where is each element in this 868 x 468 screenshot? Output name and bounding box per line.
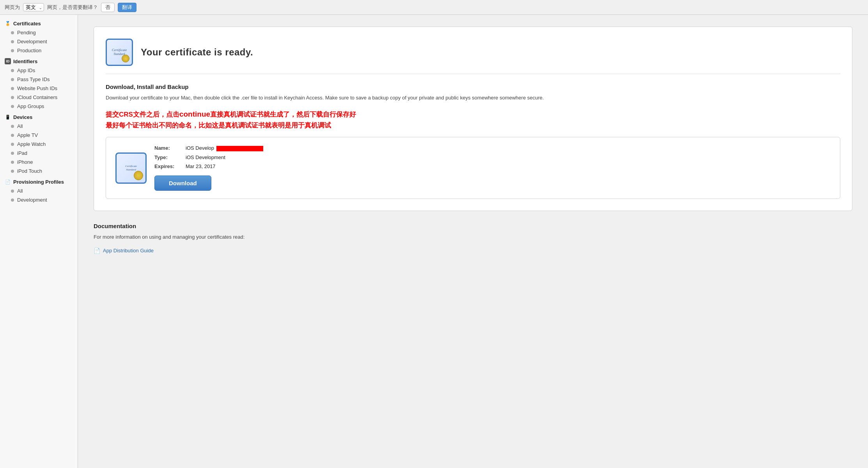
sidebar: 🏅 Certificates Pending Development Produ… xyxy=(0,15,78,468)
sidebar-item-iphone[interactable]: iPhone xyxy=(0,158,78,167)
redacted-bar xyxy=(216,146,263,151)
cert-ready-title: Your certificate is ready. xyxy=(141,47,253,58)
sidebar-item-apple-tv[interactable]: Apple TV xyxy=(0,131,78,140)
cert-name-row: Name: iOS Develop xyxy=(154,145,831,151)
cert-name-text: iOS Develop xyxy=(186,145,214,151)
cert-expires-row: Expires: Mar 23, 2017 xyxy=(154,163,831,169)
sidebar-item-production[interactable]: Production xyxy=(0,46,78,55)
sidebar-item-all-devices[interactable]: All xyxy=(0,122,78,131)
sidebar-item-label: Development xyxy=(17,197,47,203)
bullet-icon xyxy=(11,69,14,72)
chinese-continue-word: continue xyxy=(179,110,210,118)
devices-label: Devices xyxy=(13,114,32,120)
devices-icon: 📱 xyxy=(5,114,11,120)
language-select-wrapper[interactable]: 英文 xyxy=(23,3,44,11)
cert-medium-seal-icon xyxy=(134,171,143,180)
cert-icon-label: Certificate xyxy=(112,48,127,52)
cert-type-label: Type: xyxy=(154,154,186,160)
sidebar-item-development-provisioning[interactable]: Development xyxy=(0,195,78,204)
bullet-icon xyxy=(11,49,14,52)
divider xyxy=(106,74,840,74)
chinese-annotation: 提交CRS文件之后，点击continue直接真机调试证书就生成了，然后下载自行保… xyxy=(106,108,840,131)
cert-icon-medium: Certificate Standard xyxy=(115,152,147,184)
sidebar-item-label: All xyxy=(17,123,23,129)
sidebar-item-website-push-ids[interactable]: Website Push IDs xyxy=(0,84,78,93)
cert-ready-header: Certificate Standard Your certificate is… xyxy=(106,39,840,66)
doc-link-icon: 📄 xyxy=(94,248,100,254)
sidebar-item-label: App Groups xyxy=(17,103,44,109)
bullet-icon xyxy=(11,161,14,164)
download-section-title: Download, Install and Backup xyxy=(106,83,840,90)
sidebar-item-icloud-containers[interactable]: iCloud Containers xyxy=(0,93,78,102)
sidebar-item-all-provisioning[interactable]: All xyxy=(0,186,78,195)
main-content: Certificate Standard Your certificate is… xyxy=(78,15,868,468)
bullet-icon xyxy=(11,143,14,146)
certificates-icon: 🏅 xyxy=(5,20,11,27)
chinese-line1-before: 提交CRS文件之后，点击 xyxy=(106,111,179,118)
bullet-icon xyxy=(11,96,14,99)
sidebar-item-app-groups[interactable]: App Groups xyxy=(0,102,78,111)
sidebar-item-label: iCloud Containers xyxy=(17,94,57,100)
devices-section-header: 📱 Devices xyxy=(0,112,78,122)
sidebar-item-ipad[interactable]: iPad xyxy=(0,149,78,158)
app-distribution-guide-link[interactable]: 📄 App Distribution Guide xyxy=(94,248,852,254)
download-section-desc: Download your certificate to your Mac, t… xyxy=(106,94,840,102)
documentation-desc: For more information on using and managi… xyxy=(94,233,852,241)
cert-type-value: iOS Development xyxy=(186,154,831,160)
yes-translate-button[interactable]: 翻译 xyxy=(118,3,136,12)
cert-medium-sublabel: Standard xyxy=(125,168,137,171)
sidebar-item-ipod-touch[interactable]: iPod Touch xyxy=(0,167,78,176)
doc-link-label: App Distribution Guide xyxy=(103,248,154,254)
sidebar-item-label: Development xyxy=(17,39,47,44)
sidebar-item-apple-watch[interactable]: Apple Watch xyxy=(0,140,78,149)
identifiers-icon: ID xyxy=(5,58,11,64)
cert-name-value: iOS Develop xyxy=(186,145,831,151)
sidebar-item-app-ids[interactable]: App IDs xyxy=(0,66,78,75)
sidebar-item-label: iPad xyxy=(17,150,27,156)
translate-question: 网页，是否需要翻译？ xyxy=(47,4,98,11)
bullet-icon xyxy=(11,134,14,137)
chinese-line2: 最好每个证书给出不同的命名，比如这是真机调试证书就表明是用于真机调试 xyxy=(106,122,331,129)
cert-name-label: Name: xyxy=(154,145,186,151)
certificates-label: Certificates xyxy=(13,21,41,27)
sidebar-item-label: iPhone xyxy=(17,159,33,165)
chinese-line1-after: 直接真机调试证书就生成了，然后下载自行保存好 xyxy=(210,111,356,118)
bullet-icon xyxy=(11,125,14,128)
translate-label: 网页为 xyxy=(5,4,20,11)
main-layout: 🏅 Certificates Pending Development Produ… xyxy=(0,15,868,468)
sidebar-item-label: iPod Touch xyxy=(17,168,42,174)
top-bar: 网页为 英文 网页，是否需要翻译？ 否 翻译 xyxy=(0,0,868,15)
sidebar-item-development[interactable]: Development xyxy=(0,37,78,46)
cert-icon-large: Certificate Standard xyxy=(106,39,133,66)
bullet-icon xyxy=(11,40,14,43)
bullet-icon xyxy=(11,170,14,173)
sidebar-item-pending[interactable]: Pending xyxy=(0,28,78,37)
language-select[interactable]: 英文 xyxy=(23,3,44,11)
documentation-title: Documentation xyxy=(94,223,852,229)
bullet-icon xyxy=(11,105,14,108)
cert-detail-card: Certificate Standard Name: iOS Develop xyxy=(106,137,840,199)
identifiers-label: Identifiers xyxy=(13,58,37,64)
certificates-section-header: 🏅 Certificates xyxy=(0,19,78,28)
sidebar-item-label: Apple TV xyxy=(17,132,38,138)
sidebar-item-pass-type-ids[interactable]: Pass Type IDs xyxy=(0,75,78,84)
download-button[interactable]: Download xyxy=(154,176,211,191)
cert-type-row: Type: iOS Development xyxy=(154,154,831,160)
sidebar-item-label: Production xyxy=(17,48,41,53)
identifiers-section: ID Identifiers App IDs Pass Type IDs Web… xyxy=(0,57,78,111)
cert-expires-value: Mar 23, 2017 xyxy=(186,163,831,169)
bullet-icon xyxy=(11,152,14,155)
sidebar-item-label: App IDs xyxy=(17,67,35,73)
certificates-section: 🏅 Certificates Pending Development Produ… xyxy=(0,19,78,55)
cert-ready-card: Certificate Standard Your certificate is… xyxy=(94,27,852,211)
bullet-icon xyxy=(11,31,14,34)
provisioning-section: 📄 Provisioning Profiles All Development xyxy=(0,177,78,204)
identifiers-section-header: ID Identifiers xyxy=(0,57,78,66)
provisioning-icon: 📄 xyxy=(5,179,11,185)
no-translate-button[interactable]: 否 xyxy=(101,3,115,12)
sidebar-item-label: All xyxy=(17,188,23,194)
cert-medium-label: Certificate xyxy=(125,165,137,168)
bullet-icon xyxy=(11,87,14,90)
provisioning-label: Provisioning Profiles xyxy=(13,179,64,185)
bullet-icon xyxy=(11,190,14,193)
